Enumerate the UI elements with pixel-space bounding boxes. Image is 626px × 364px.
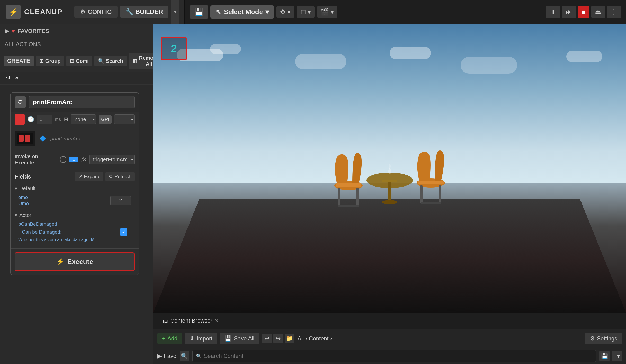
default-group-header[interactable]: ▾ Default: [15, 184, 135, 193]
viewport-background: 2: [153, 24, 626, 313]
builder-icon: 🔧: [126, 8, 133, 15]
builder-button[interactable]: 🔧 BUILDER: [120, 6, 169, 18]
chevron-down-icon: ▾: [287, 8, 291, 16]
bcan-label: Can be Damaged:: [22, 229, 116, 235]
node-header: 🛡: [11, 93, 139, 112]
refresh-icon: ↻: [109, 174, 113, 180]
node-ref-icon: 🔷: [39, 135, 46, 142]
cb-bottom-bar: ▶ Favo 🔍 🔍 💾 ≡▾: [153, 348, 626, 364]
pause-button[interactable]: ⏸: [546, 6, 560, 18]
more-button[interactable]: ⋮: [607, 6, 621, 18]
chevron-right-icon: ▶: [5, 28, 9, 34]
svg-point-19: [389, 164, 391, 169]
node-settings-row: 🕐 ms ⊞ none GPI: [11, 112, 139, 127]
select-mode-button[interactable]: ↖ Select Mode ▾: [210, 5, 274, 19]
color-swatch[interactable]: [15, 114, 25, 125]
fields-header: Fields ⤢ Expand ↻ Refresh: [15, 172, 135, 181]
app-icon: ⚡: [6, 5, 21, 19]
actor-group-header[interactable]: ▾ Actor: [15, 210, 135, 220]
search-button[interactable]: 🔍 Search: [94, 56, 127, 66]
favorites-folder[interactable]: ▶ Favo: [157, 353, 176, 359]
svg-rect-12: [338, 205, 359, 207]
add-icon: +: [162, 335, 165, 342]
action-toolbar: CREATE ⊞ Group ⊡ Comi 🔍 Search 🗑 Remove …: [0, 50, 153, 72]
invoke-toggle-o[interactable]: [60, 156, 66, 163]
command-icon: ⊡: [70, 58, 74, 64]
node-title-input[interactable]: [29, 96, 135, 108]
chevron-down-icon: ▾: [265, 8, 269, 16]
svg-point-7: [382, 200, 397, 204]
eject-button[interactable]: ⏏: [591, 6, 605, 18]
create-button[interactable]: CREATE: [4, 56, 34, 66]
clock-icon: 🕐: [27, 116, 34, 123]
save-all-button[interactable]: 💾 Save All: [220, 333, 259, 344]
field-input-omo[interactable]: [110, 196, 131, 205]
cursor-icon: ↖: [216, 8, 221, 16]
content-browser-close[interactable]: ✕: [214, 318, 219, 324]
config-icon: ⚙: [80, 8, 86, 15]
cleanup-section: ⚡ CLEANUP: [0, 0, 69, 24]
field-display-omo: Omo: [18, 201, 106, 206]
add-button[interactable]: + Add: [157, 333, 182, 344]
viewport-area[interactable]: 2: [153, 24, 626, 313]
trigger-select[interactable]: triggerFromArc: [89, 155, 135, 164]
content-browser-tabbar: 🗂 Content Browser ✕: [153, 313, 626, 329]
import-button[interactable]: ⬇ Import: [185, 333, 217, 344]
cb-save-icon-button[interactable]: 💾: [599, 351, 610, 361]
step-button[interactable]: ⏭: [562, 6, 576, 18]
execute-icon: ⚡: [56, 258, 64, 266]
content-browser-icon: 🗂: [163, 317, 168, 324]
none-select[interactable]: none: [71, 114, 96, 124]
invoke-toggle-1[interactable]: 1: [69, 157, 78, 162]
transform-tool-button[interactable]: ✥ ▾: [276, 6, 294, 18]
time-input[interactable]: [37, 115, 52, 124]
svg-rect-6: [388, 182, 391, 202]
group-icon: ⊞: [39, 58, 44, 64]
expand-button[interactable]: ⤢ Expand: [75, 172, 103, 181]
nav-folder-button[interactable]: 📁: [285, 334, 294, 343]
expand-icon: ⤢: [78, 174, 82, 180]
field-row-omo: omo Omo: [15, 193, 135, 208]
node-icon: 🛡: [15, 96, 26, 108]
selection-counter: 2: [161, 37, 187, 60]
cb-search-icon-button[interactable]: 🔍: [180, 351, 189, 361]
command-button[interactable]: ⊡ Comi: [66, 56, 92, 66]
snap-tool-button[interactable]: ⊞ ▾: [297, 6, 315, 18]
favorites-bar: ▶ ♥ FAVORITES: [0, 24, 153, 38]
svg-rect-5: [382, 180, 397, 182]
save-all-icon: 💾: [225, 335, 232, 342]
content-browser: 🗂 Content Browser ✕ + Add ⬇ Import 💾 Sav…: [153, 313, 626, 364]
camera-button[interactable]: 🎬 ▾: [317, 6, 337, 18]
fx-icon[interactable]: 𝑓×: [81, 156, 86, 163]
svg-rect-10: [338, 188, 340, 206]
save-button[interactable]: 💾: [190, 5, 208, 19]
viewport-topbar: 💾 ↖ Select Mode ▾ ✥ ▾ ⊞ ▾ 🎬 ▾ ⏸ ⏭ ■ ⏏ ⋮: [185, 0, 626, 24]
config-button[interactable]: ⚙ CONFIG: [74, 6, 117, 18]
stop-button[interactable]: ■: [578, 6, 589, 18]
tab-show[interactable]: show: [0, 72, 24, 84]
main-content: ▶ ♥ FAVORITES ALL ACTIONS CREATE ⊞ Group…: [0, 24, 626, 364]
damage-checkbox[interactable]: ✓: [120, 228, 127, 236]
content-browser-tab[interactable]: 🗂 Content Browser ✕: [157, 315, 224, 327]
node-ref-name: printFromArc: [50, 136, 80, 142]
nav-back-button[interactable]: ↩: [262, 334, 272, 343]
dropdown-arrow[interactable]: ▾: [171, 0, 179, 24]
snap-icon: ⊞: [300, 8, 306, 16]
node-preview-row: 🔷 printFromArc: [11, 127, 139, 150]
node-preview-thumb: [15, 131, 35, 146]
heart-icon: ♥: [12, 28, 15, 34]
group-button[interactable]: ⊞ Group: [36, 56, 64, 66]
gpu-select[interactable]: [114, 114, 135, 124]
cb-settings-button[interactable]: ⚙ Settings: [585, 333, 622, 344]
cb-filter-button[interactable]: ≡▾: [612, 351, 622, 361]
furniture-scene: [300, 142, 480, 232]
nav-forward-button[interactable]: ↪: [273, 334, 283, 343]
cb-search-input[interactable]: [204, 353, 592, 359]
refresh-button[interactable]: ↻ Refresh: [105, 172, 135, 181]
bcan-desc: Whether this actor can take damage. M: [18, 237, 131, 242]
svg-rect-11: [356, 188, 359, 206]
execute-button[interactable]: ⚡ Execute: [15, 252, 135, 271]
chevron-right-icon: ▶: [157, 353, 162, 359]
grid-icon: ⊞: [64, 116, 68, 123]
config-builder-section: ⚙ CONFIG 🔧 BUILDER ▾: [69, 0, 185, 24]
